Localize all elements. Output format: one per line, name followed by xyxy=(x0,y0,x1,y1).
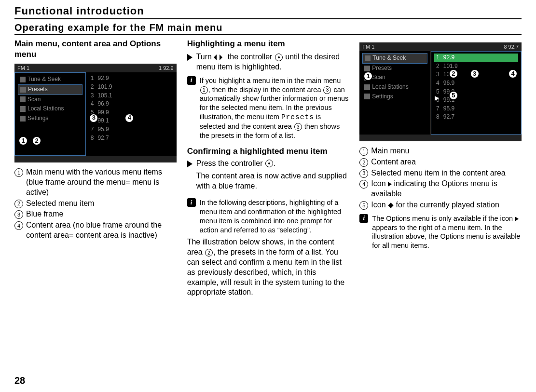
marker-2: 2 xyxy=(449,69,458,79)
col2-heading-a: Highlighting a menu item xyxy=(187,39,349,49)
col1-heading: Main menu, content area and Options menu xyxy=(14,39,177,60)
marker-3: 3 xyxy=(89,113,98,123)
action-triangle-icon xyxy=(187,161,192,167)
scr2-title: FM 1 xyxy=(362,43,374,50)
scr1-title: FM 1 xyxy=(17,65,29,71)
marker-4: 4 xyxy=(508,69,518,79)
info-highlight: i If you highlight a menu item in the ma… xyxy=(187,76,349,140)
circled-4: 4 xyxy=(359,180,368,189)
presets-label: Presets xyxy=(281,113,314,121)
circled-2: 2 xyxy=(359,158,368,167)
screenshot-1: FM 1 1 92.9 Tune & Seek Presets Scan Loc… xyxy=(14,64,177,162)
info-options-menu: i The Options menu is only available if … xyxy=(359,214,522,250)
turn-icon xyxy=(214,52,222,62)
options-triangle-icon xyxy=(388,182,392,187)
legend-1: 1Main menu with the various menu items (… xyxy=(14,167,177,241)
options-triangle-icon xyxy=(515,216,519,221)
info-icon: i xyxy=(359,214,368,223)
circled-5: 5 xyxy=(359,201,368,210)
info-selecting: i In the following descriptions, highlig… xyxy=(187,198,349,234)
inline-circled-1: 1 xyxy=(200,86,208,94)
info-icon: i xyxy=(187,76,196,85)
marker-4: 4 xyxy=(124,113,134,123)
circled-1: 1 xyxy=(14,168,23,177)
inline-circled-3: 3 xyxy=(323,86,331,94)
section-title: Operating example for the FM main menu xyxy=(14,22,522,35)
circled-4: 4 xyxy=(14,221,23,230)
scr2-freq: 8 92.7 xyxy=(504,43,519,50)
inline-circled-2: 2 xyxy=(205,249,213,257)
scr1-freq: 1 92.9 xyxy=(159,65,174,71)
circled-3: 3 xyxy=(14,210,23,219)
step-turn-controller: Turn the controller until the desired me… xyxy=(187,52,349,72)
current-station-diamond-icon xyxy=(388,203,393,208)
step-press-controller: Press the controller . The content area … xyxy=(187,159,349,194)
circled-1: 1 xyxy=(359,147,368,156)
column-1: Main menu, content area and Options menu… xyxy=(14,39,177,300)
controller-knob-icon xyxy=(265,160,273,167)
chapter-title: Functional introduction xyxy=(14,5,522,19)
column-2: Highlighting a menu item Turn the contro… xyxy=(187,39,349,300)
legend-2: 1Main menu 2Content area 3Selected menu … xyxy=(359,146,522,210)
inline-circled-3b: 3 xyxy=(294,123,302,131)
marker-5: 5 xyxy=(449,91,458,100)
controller-knob-icon xyxy=(275,54,283,61)
col2-paragraph: The illustration below shows, in the con… xyxy=(187,237,349,297)
info-icon: i xyxy=(187,198,196,207)
options-triangle-icon xyxy=(435,96,439,101)
circled-3: 3 xyxy=(359,169,368,178)
col2-heading-b: Confirming a highlighted menu item xyxy=(187,146,349,157)
screenshot-2: FM 1 8 92.7 Tune & Seek Presets Scan Loc… xyxy=(359,42,522,141)
marker-3: 3 xyxy=(470,69,480,79)
circled-2: 2 xyxy=(14,200,23,208)
action-triangle-icon xyxy=(187,54,192,61)
page-number: 28 xyxy=(14,375,25,386)
column-3: FM 1 8 92.7 Tune & Seek Presets Scan Loc… xyxy=(359,39,522,300)
